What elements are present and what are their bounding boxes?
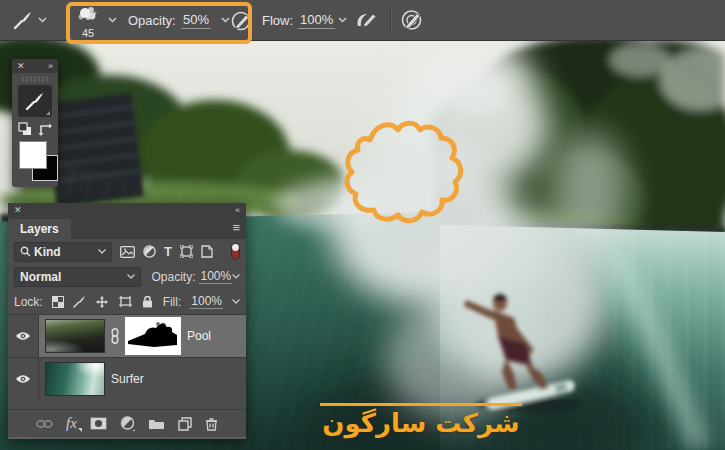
blend-mode-select[interactable]: Normal (14, 267, 141, 287)
brush-tool-chevron[interactable] (38, 0, 47, 40)
layer-name[interactable]: Surfer (111, 372, 144, 386)
filter-kind-select[interactable]: Kind (14, 242, 112, 262)
filter-kind-label: Kind (34, 245, 61, 259)
watermark-text: شرکت سارگون (318, 406, 524, 440)
visibility-toggle[interactable] (8, 358, 39, 400)
flow-value[interactable]: 100% (298, 0, 335, 40)
delete-layer-icon[interactable] (205, 417, 218, 431)
brush-icon (24, 90, 46, 112)
link-layers-icon[interactable] (36, 419, 53, 429)
opacity-label: Opacity: (128, 0, 176, 40)
brush-preset-picker[interactable]: 45 (74, 4, 102, 38)
flow-label: Flow: (262, 0, 293, 40)
layer-thumbnail-surfer[interactable] (45, 362, 105, 396)
lock-artboard-icon[interactable] (118, 295, 133, 308)
tools-close-icon[interactable]: ✕ (17, 62, 25, 71)
brush-preset-chevron[interactable] (108, 0, 117, 40)
new-layer-icon[interactable] (178, 417, 192, 431)
layer-row-pool[interactable]: Pool (8, 314, 246, 357)
foreground-color-swatch[interactable] (19, 141, 47, 169)
mask-link-icon[interactable] (111, 328, 119, 344)
brush-tool-icon[interactable] (12, 0, 34, 40)
fill-label: Fill: (163, 295, 182, 309)
lock-transparency-icon[interactable] (52, 296, 64, 308)
airbrush-icon[interactable] (354, 0, 380, 40)
lock-pixels-icon[interactable] (73, 295, 86, 308)
layers-collapse-icon[interactable]: « (235, 206, 240, 215)
layers-bottom-bar: fx (8, 409, 246, 437)
watermark: شرکت سارگون (318, 403, 524, 440)
filter-adjustment-layers-icon[interactable] (143, 245, 156, 258)
filter-smart-objects-icon[interactable] (201, 245, 213, 258)
brush-size-value: 45 (74, 28, 102, 39)
fill-value[interactable]: 100% (190, 294, 223, 309)
filter-type-layers-icon[interactable]: T (164, 244, 172, 259)
layers-close-icon[interactable]: ✕ (14, 206, 22, 215)
layer-thumbnail-pool[interactable] (45, 319, 105, 353)
palette-grip[interactable] (22, 76, 48, 82)
opacity-value[interactable]: 50% (181, 0, 211, 40)
lock-position-icon[interactable] (95, 295, 109, 309)
layer-opacity-value[interactable]: 100% (199, 269, 232, 284)
layer-opacity-chevron[interactable] (232, 274, 240, 279)
flow-chevron[interactable] (338, 0, 347, 40)
tablet-opacity-pressure-icon[interactable] (230, 0, 253, 40)
layer-opacity-label: Opacity: (151, 270, 195, 284)
tab-layers[interactable]: Layers (8, 219, 71, 239)
layers-panel: ✕ « Layers ≡ Kind T (8, 203, 246, 439)
tools-palette: ✕ » (12, 59, 58, 187)
lock-label: Lock: (14, 295, 43, 309)
layer-mask-thumbnail[interactable] (125, 317, 181, 355)
blend-mode-value: Normal (20, 270, 61, 284)
search-icon (20, 246, 31, 257)
filter-pixel-layers-icon[interactable] (120, 246, 135, 258)
opacity-chevron[interactable] (221, 0, 230, 40)
tablet-size-pressure-icon[interactable] (400, 0, 424, 40)
visibility-toggle[interactable] (8, 315, 39, 357)
new-group-icon[interactable] (148, 417, 165, 430)
fill-chevron[interactable] (232, 299, 240, 304)
layer-row-surfer[interactable]: Surfer (8, 357, 246, 400)
color-swatches (18, 141, 58, 183)
options-bar: 45 Opacity: 50% Flow: 100% (0, 0, 725, 41)
new-adjustment-layer-icon[interactable] (120, 416, 135, 431)
filter-shape-layers-icon[interactable] (180, 245, 193, 258)
panel-menu-icon[interactable]: ≡ (232, 220, 240, 235)
options-divider (390, 8, 392, 32)
lock-all-icon[interactable] (142, 295, 153, 308)
swap-colors-icon[interactable] (38, 122, 52, 136)
brush-tool-button[interactable] (18, 85, 52, 117)
default-colors-icon[interactable] (18, 122, 32, 136)
photoshop-window: 45 Opacity: 50% Flow: 100% (0, 0, 725, 450)
add-layer-mask-icon[interactable] (90, 417, 107, 430)
filter-toggle-switch[interactable] (231, 243, 240, 260)
layer-name[interactable]: Pool (187, 329, 211, 343)
layer-style-fx-icon[interactable]: fx (66, 415, 77, 432)
tools-collapse-icon[interactable]: » (48, 62, 53, 71)
eye-icon (15, 374, 31, 384)
eye-icon (15, 331, 31, 341)
